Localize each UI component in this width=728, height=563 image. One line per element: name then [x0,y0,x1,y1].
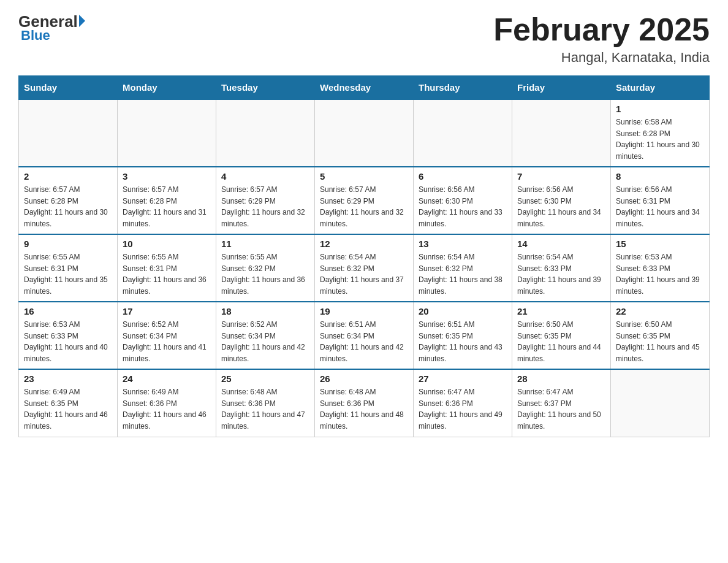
calendar-cell: 22Sunrise: 6:50 AMSunset: 6:35 PMDayligh… [611,302,710,369]
day-of-week-friday: Friday [512,76,611,100]
calendar-cell: 17Sunrise: 6:52 AMSunset: 6:34 PMDayligh… [118,302,216,369]
calendar-cell: 11Sunrise: 6:55 AMSunset: 6:32 PMDayligh… [216,234,315,302]
day-of-week-thursday: Thursday [414,76,512,100]
day-info: Sunrise: 6:55 AMSunset: 6:31 PMDaylight:… [123,251,211,297]
calendar-cell: 20Sunrise: 6:51 AMSunset: 6:35 PMDayligh… [414,302,512,369]
day-info: Sunrise: 6:48 AMSunset: 6:36 PMDaylight:… [320,386,408,432]
calendar-week-5: 23Sunrise: 6:49 AMSunset: 6:35 PMDayligh… [19,369,710,437]
day-number: 2 [24,171,112,182]
calendar-cell: 18Sunrise: 6:52 AMSunset: 6:34 PMDayligh… [216,302,315,369]
day-number: 8 [616,171,704,182]
day-number: 1 [616,104,704,114]
day-info: Sunrise: 6:53 AMSunset: 6:33 PMDaylight:… [616,251,704,297]
day-info: Sunrise: 6:56 AMSunset: 6:30 PMDaylight:… [517,184,605,229]
calendar-cell [512,99,611,167]
day-of-week-tuesday: Tuesday [216,76,315,100]
day-info: Sunrise: 6:56 AMSunset: 6:31 PMDaylight:… [616,184,704,229]
day-info: Sunrise: 6:57 AMSunset: 6:29 PMDaylight:… [221,184,309,229]
calendar-cell [315,99,414,167]
day-number: 18 [221,306,309,316]
calendar-cell: 24Sunrise: 6:49 AMSunset: 6:36 PMDayligh… [118,369,216,437]
calendar-cell: 13Sunrise: 6:54 AMSunset: 6:32 PMDayligh… [414,234,512,302]
day-info: Sunrise: 6:50 AMSunset: 6:35 PMDaylight:… [517,319,605,364]
day-info: Sunrise: 6:56 AMSunset: 6:30 PMDaylight:… [419,184,507,229]
day-info: Sunrise: 6:55 AMSunset: 6:31 PMDaylight:… [24,251,112,297]
calendar-cell [118,99,216,167]
day-info: Sunrise: 6:52 AMSunset: 6:34 PMDaylight:… [221,319,309,364]
day-number: 9 [24,239,112,249]
calendar-cell: 5Sunrise: 6:57 AMSunset: 6:29 PMDaylight… [315,167,414,234]
calendar-cell: 27Sunrise: 6:47 AMSunset: 6:36 PMDayligh… [414,369,512,437]
calendar-cell: 1Sunrise: 6:58 AMSunset: 6:28 PMDaylight… [611,99,710,167]
day-number: 20 [419,306,507,316]
day-number: 6 [419,171,507,182]
logo: General Blue [18,12,85,44]
day-number: 14 [517,239,605,249]
day-info: Sunrise: 6:49 AMSunset: 6:35 PMDaylight:… [24,386,112,432]
calendar-cell: 19Sunrise: 6:51 AMSunset: 6:34 PMDayligh… [315,302,414,369]
day-number: 3 [123,171,211,182]
calendar-cell: 23Sunrise: 6:49 AMSunset: 6:35 PMDayligh… [19,369,118,437]
calendar-cell: 3Sunrise: 6:57 AMSunset: 6:28 PMDaylight… [118,167,216,234]
calendar-cell: 6Sunrise: 6:56 AMSunset: 6:30 PMDaylight… [414,167,512,234]
calendar-week-3: 9Sunrise: 6:55 AMSunset: 6:31 PMDaylight… [19,234,710,302]
calendar-cell: 14Sunrise: 6:54 AMSunset: 6:33 PMDayligh… [512,234,611,302]
days-of-week-row: SundayMondayTuesdayWednesdayThursdayFrid… [19,76,710,100]
calendar-cell: 15Sunrise: 6:53 AMSunset: 6:33 PMDayligh… [611,234,710,302]
calendar-cell: 28Sunrise: 6:47 AMSunset: 6:37 PMDayligh… [512,369,611,437]
day-of-week-saturday: Saturday [611,76,710,100]
day-number: 26 [320,373,408,384]
calendar-week-1: 1Sunrise: 6:58 AMSunset: 6:28 PMDaylight… [19,99,710,167]
day-info: Sunrise: 6:57 AMSunset: 6:28 PMDaylight:… [24,184,112,229]
calendar-cell [19,99,118,167]
day-number: 5 [320,171,408,182]
calendar-week-4: 16Sunrise: 6:53 AMSunset: 6:33 PMDayligh… [19,302,710,369]
day-number: 21 [517,306,605,316]
day-info: Sunrise: 6:50 AMSunset: 6:35 PMDaylight:… [616,319,704,364]
day-info: Sunrise: 6:57 AMSunset: 6:28 PMDaylight:… [123,184,211,229]
calendar-cell: 2Sunrise: 6:57 AMSunset: 6:28 PMDaylight… [19,167,118,234]
day-number: 19 [320,306,408,316]
day-info: Sunrise: 6:52 AMSunset: 6:34 PMDaylight:… [123,319,211,364]
day-info: Sunrise: 6:54 AMSunset: 6:33 PMDaylight:… [517,251,605,297]
day-info: Sunrise: 6:54 AMSunset: 6:32 PMDaylight:… [419,251,507,297]
calendar-cell: 21Sunrise: 6:50 AMSunset: 6:35 PMDayligh… [512,302,611,369]
calendar-header: SundayMondayTuesdayWednesdayThursdayFrid… [19,76,710,100]
calendar-cell: 16Sunrise: 6:53 AMSunset: 6:33 PMDayligh… [19,302,118,369]
calendar-table: SundayMondayTuesdayWednesdayThursdayFrid… [18,75,710,437]
calendar-cell: 26Sunrise: 6:48 AMSunset: 6:36 PMDayligh… [315,369,414,437]
day-number: 10 [123,239,211,249]
day-number: 15 [616,239,704,249]
title-block: February 2025 Hangal, Karnataka, India [493,12,710,66]
calendar-cell: 9Sunrise: 6:55 AMSunset: 6:31 PMDaylight… [19,234,118,302]
day-info: Sunrise: 6:51 AMSunset: 6:35 PMDaylight:… [419,319,507,364]
day-number: 7 [517,171,605,182]
day-info: Sunrise: 6:47 AMSunset: 6:37 PMDaylight:… [517,386,605,432]
day-of-week-wednesday: Wednesday [315,76,414,100]
calendar-cell: 25Sunrise: 6:48 AMSunset: 6:36 PMDayligh… [216,369,315,437]
day-number: 11 [221,239,309,249]
day-number: 28 [517,373,605,384]
day-of-week-sunday: Sunday [19,76,118,100]
calendar-cell [216,99,315,167]
day-info: Sunrise: 6:57 AMSunset: 6:29 PMDaylight:… [320,184,408,229]
calendar-cell [414,99,512,167]
calendar-cell: 4Sunrise: 6:57 AMSunset: 6:29 PMDaylight… [216,167,315,234]
day-number: 17 [123,306,211,316]
day-number: 25 [221,373,309,384]
calendar-cell: 12Sunrise: 6:54 AMSunset: 6:32 PMDayligh… [315,234,414,302]
month-title: February 2025 [493,12,710,47]
day-number: 12 [320,239,408,249]
day-number: 13 [419,239,507,249]
calendar-cell: 8Sunrise: 6:56 AMSunset: 6:31 PMDaylight… [611,167,710,234]
calendar-body: 1Sunrise: 6:58 AMSunset: 6:28 PMDaylight… [19,99,710,437]
day-info: Sunrise: 6:53 AMSunset: 6:33 PMDaylight:… [24,319,112,364]
calendar-cell [611,369,710,437]
day-number: 24 [123,373,211,384]
logo-arrow-icon [79,15,85,27]
day-info: Sunrise: 6:48 AMSunset: 6:36 PMDaylight:… [221,386,309,432]
day-info: Sunrise: 6:58 AMSunset: 6:28 PMDaylight:… [616,117,704,162]
day-of-week-monday: Monday [118,76,216,100]
day-number: 27 [419,373,507,384]
location-title: Hangal, Karnataka, India [493,50,710,66]
